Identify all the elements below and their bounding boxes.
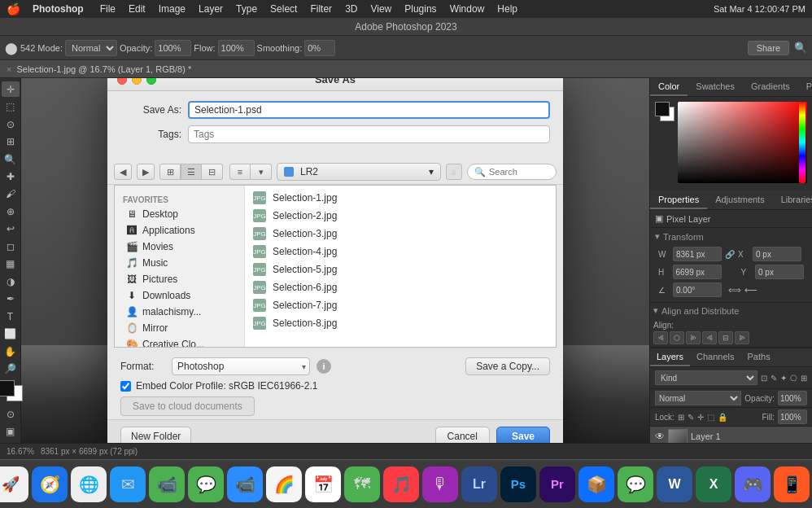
dock-icon-calendar[interactable]: 📅 <box>305 466 341 502</box>
align-center-v-button[interactable]: ⊟ <box>718 331 733 344</box>
tab-color[interactable]: Color <box>650 78 688 96</box>
file-item[interactable]: JPG Selection-8.jpg <box>245 314 556 332</box>
menu-select[interactable]: Select <box>264 2 303 16</box>
lock-position-icon[interactable]: ✛ <box>697 413 704 422</box>
lock-transparent-icon[interactable]: ⊞ <box>678 413 684 422</box>
tab-channels[interactable]: Channels <box>690 348 740 366</box>
dock-icon-lightroom[interactable]: Lr <box>461 466 497 502</box>
layer-icon-4[interactable]: ⎔ <box>790 374 797 383</box>
tab-libraries[interactable]: Libraries <box>773 191 812 209</box>
dock-icon-messages[interactable]: 💬 <box>188 466 224 502</box>
file-item[interactable]: JPG Selection-5.jpg <box>245 261 556 278</box>
layer-icon-2[interactable]: ✎ <box>771 374 777 383</box>
list-view-button[interactable]: ☰ <box>181 164 202 180</box>
menu-plugins[interactable]: Plugins <box>399 2 442 16</box>
sidebar-item-applications[interactable]: 🅰 Applications <box>118 222 241 239</box>
align-left-button[interactable]: ⫷ <box>653 331 668 344</box>
layer-item-layer1[interactable]: 👁 Layer 1 <box>650 427 812 443</box>
dodge-tool[interactable]: ◑ <box>2 274 20 289</box>
brush-tool[interactable]: 🖌 <box>2 186 20 202</box>
dock-icon-chrome[interactable]: 🌐 <box>71 466 107 502</box>
foreground-color[interactable] <box>0 380 15 396</box>
dock-icon-facetime[interactable]: 📹 <box>149 466 185 502</box>
shape-tool[interactable]: ⬜ <box>2 326 20 341</box>
flip-v-icon[interactable]: ⟵ <box>744 285 757 296</box>
back-button[interactable]: ◀ <box>114 164 132 180</box>
dock-icon-photoshop[interactable]: Ps <box>500 466 536 502</box>
flip-h-icon[interactable]: ⟺ <box>728 285 741 296</box>
save-as-input[interactable] <box>188 101 550 119</box>
dock-icon-excel[interactable]: X <box>696 466 731 502</box>
layer-opacity-input[interactable] <box>778 391 807 405</box>
dock-icon-music[interactable]: 🎵 <box>383 466 419 502</box>
width-input[interactable] <box>673 247 722 261</box>
tab-properties[interactable]: Properties <box>650 191 707 209</box>
lock-image-icon[interactable]: ✎ <box>688 413 694 422</box>
dock-icon-unknown[interactable]: 📱 <box>774 466 810 502</box>
column-view-button[interactable]: ⊟ <box>202 164 223 180</box>
sidebar-item-desktop[interactable]: 🖥 Desktop <box>118 206 241 222</box>
menu-view[interactable]: View <box>365 2 397 16</box>
visibility-icon-layer1[interactable]: 👁 <box>655 431 665 442</box>
fill-input[interactable] <box>778 409 807 424</box>
sort-options-button[interactable]: ▾ <box>251 164 272 180</box>
flow-input[interactable] <box>218 40 255 56</box>
new-folder-button[interactable]: New Folder <box>120 427 191 443</box>
tab-layers[interactable]: Layers <box>650 348 690 366</box>
tab-swatches[interactable]: Swatches <box>688 78 743 96</box>
layer-icon-3[interactable]: ✦ <box>780 374 787 383</box>
color-picker[interactable] <box>0 380 23 402</box>
pen-tool[interactable]: ✒ <box>2 291 20 306</box>
tags-input[interactable] <box>188 125 550 143</box>
tab-paths[interactable]: Paths <box>741 348 777 366</box>
sidebar-item-movies[interactable]: 🎬 Movies <box>118 239 241 255</box>
dock-icon-launchpad[interactable]: 🚀 <box>0 466 28 502</box>
lock-artboard-icon[interactable]: ⬚ <box>707 413 714 422</box>
sidebar-item-creative-cloud[interactable]: 🎨 Creative Clo... <box>118 336 241 347</box>
app-name[interactable]: Photoshop <box>27 2 89 16</box>
link-icon[interactable]: 🔗 <box>725 250 735 259</box>
file-item[interactable]: JPG Selection-4.jpg <box>245 243 556 261</box>
file-item[interactable]: JPG Selection-1.jpg <box>245 189 556 207</box>
layer-icon-1[interactable]: ⊡ <box>761 374 767 383</box>
sidebar-item-downloads[interactable]: ⬇ Downloads <box>118 287 241 304</box>
sidebar-item-pictures[interactable]: 🖼 Pictures <box>118 271 241 287</box>
tab-patterns[interactable]: Patterns <box>798 78 812 96</box>
dock-icon-word[interactable]: W <box>657 466 692 502</box>
hue-slider[interactable] <box>799 102 805 183</box>
dock-icon-maps[interactable]: 🗺 <box>344 466 380 502</box>
healing-tool[interactable]: ✚ <box>2 169 20 184</box>
selection-tool[interactable]: ⬚ <box>2 99 20 114</box>
menu-window[interactable]: Window <box>444 2 491 16</box>
sort-button[interactable]: ≡ <box>229 164 251 180</box>
tab-gradients[interactable]: Gradients <box>743 78 798 96</box>
save-copy-button[interactable]: Save a Copy... <box>465 357 550 375</box>
move-tool[interactable]: ✛ <box>2 81 20 97</box>
hand-tool[interactable]: ✋ <box>2 344 20 359</box>
eyedropper-tool[interactable]: 🔍 <box>2 151 20 167</box>
save-button[interactable]: Save <box>496 427 550 443</box>
sidebar-item-music[interactable]: 🎵 Music <box>118 255 241 271</box>
file-item[interactable]: JPG Selection-2.jpg <box>245 207 556 225</box>
angle-input[interactable] <box>673 282 722 297</box>
tab-close-button[interactable]: × <box>7 64 11 74</box>
crop-tool[interactable]: ⊞ <box>2 134 20 149</box>
file-item[interactable]: JPG Selection-6.jpg <box>245 278 556 296</box>
layer-icon-5[interactable]: ⊞ <box>801 374 807 383</box>
file-item[interactable]: JPG Selection-7.jpg <box>245 296 556 314</box>
dock-icon-dropbox[interactable]: 📦 <box>578 466 614 502</box>
align-center-h-button[interactable]: ⬡ <box>670 331 684 344</box>
close-window-button[interactable] <box>117 78 127 85</box>
menu-filter[interactable]: Filter <box>304 2 338 16</box>
align-collapse-icon[interactable]: ▾ <box>653 305 658 316</box>
dock-icon-wechat[interactable]: 💬 <box>618 466 653 502</box>
screen-mode-button[interactable]: ▣ <box>2 424 20 440</box>
menu-file[interactable]: File <box>94 2 121 16</box>
history-tool[interactable]: ↩ <box>2 221 20 237</box>
dock-icon-mail[interactable]: ✉ <box>110 466 146 502</box>
zoom-tool[interactable]: 🔎 <box>2 361 20 376</box>
eraser-tool[interactable]: ◻ <box>2 239 20 254</box>
expand-button[interactable]: ▲ <box>446 164 462 180</box>
menu-image[interactable]: Image <box>153 2 191 16</box>
icon-view-button[interactable]: ⊞ <box>159 164 181 180</box>
